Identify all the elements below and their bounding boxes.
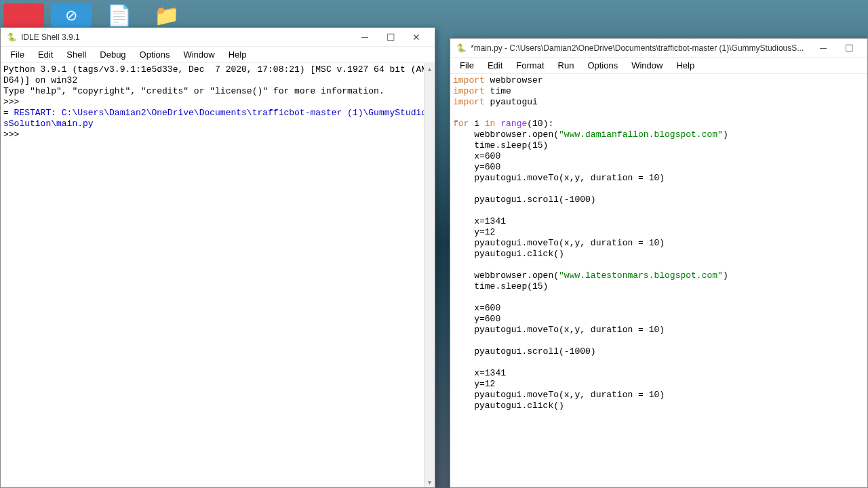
shell-scrollbar[interactable]: ▴ ▾ <box>424 63 435 487</box>
menu-file[interactable]: File <box>3 47 31 62</box>
menu-format[interactable]: Format <box>509 58 551 73</box>
shell-menubar: File Edit Shell Debug Options Window Hel… <box>1 47 435 63</box>
shell-prompt: >>> <box>3 97 24 107</box>
file-icon[interactable]: 📄 <box>98 3 139 27</box>
menu-help[interactable]: Help <box>669 58 701 73</box>
shell-window-controls: ─ ☐ ✕ <box>352 29 429 45</box>
shell-titlebar[interactable]: 🐍 IDLE Shell 3.9.1 ─ ☐ ✕ <box>1 28 435 47</box>
editor-menubar: File Edit Format Run Options Window Help <box>450 58 867 74</box>
menu-debug[interactable]: Debug <box>93 47 132 62</box>
idle-shell-window: 🐍 IDLE Shell 3.9.1 ─ ☐ ✕ File Edit Shell… <box>0 27 435 488</box>
menu-window[interactable]: Window <box>176 47 221 62</box>
menu-edit[interactable]: Edit <box>31 47 60 62</box>
scroll-down-icon[interactable]: ▾ <box>425 476 435 487</box>
scroll-up-icon[interactable]: ▴ <box>425 63 435 74</box>
red-app-icon[interactable] <box>3 3 44 27</box>
python-file-icon: 🐍 <box>456 43 467 54</box>
shell-restart: = RESTART: C:\Users\Damian2\OneDrive\Doc… <box>3 108 427 118</box>
maximize-button[interactable]: ☐ <box>378 29 403 45</box>
menu-edit[interactable]: Edit <box>481 58 509 73</box>
shell-title: IDLE Shell 3.9.1 <box>21 33 352 42</box>
desktop-icons: 📄 📁 <box>0 0 190 30</box>
close-button[interactable]: ✕ <box>403 29 429 45</box>
minimize-button[interactable]: ─ <box>810 40 836 56</box>
menu-window[interactable]: Window <box>625 58 669 73</box>
shell-prompt: >>> <box>3 129 24 140</box>
menu-shell[interactable]: Shell <box>60 47 93 62</box>
menu-options[interactable]: Options <box>580 58 625 73</box>
menu-run[interactable]: Run <box>551 58 581 73</box>
menu-options[interactable]: Options <box>133 47 177 62</box>
shell-line: D64)] on win32 <box>3 75 77 85</box>
shell-line: Python 3.9.1 (tags/v3.9.1:1e5d33e, Dec 7… <box>3 64 427 75</box>
editor-window: 🐍 *main.py - C:\Users\Damian2\OneDrive\D… <box>450 38 868 488</box>
maximize-button[interactable]: ☐ <box>836 40 862 56</box>
shell-content[interactable]: Python 3.9.1 (tags/v3.9.1:1e5d33e, Dec 7… <box>1 63 435 487</box>
shell-restart-cont: sSolution\main.py <box>3 119 94 129</box>
editor-window-controls: ─ ☐ <box>810 40 862 56</box>
shell-line: Type "help", "copyright", "credits" or "… <box>3 86 384 96</box>
editor-title: *main.py - C:\Users\Damian2\OneDrive\Doc… <box>471 43 810 53</box>
menu-help[interactable]: Help <box>222 47 254 62</box>
blue-app-icon[interactable] <box>51 3 92 27</box>
folder-icon[interactable]: 📁 <box>146 3 186 27</box>
menu-file[interactable]: File <box>453 58 481 73</box>
python-icon: 🐍 <box>6 32 17 43</box>
minimize-button[interactable]: ─ <box>352 29 378 45</box>
editor-content[interactable]: import webbrowser import time import pya… <box>450 74 867 487</box>
editor-titlebar[interactable]: 🐍 *main.py - C:\Users\Damian2\OneDrive\D… <box>450 39 867 58</box>
